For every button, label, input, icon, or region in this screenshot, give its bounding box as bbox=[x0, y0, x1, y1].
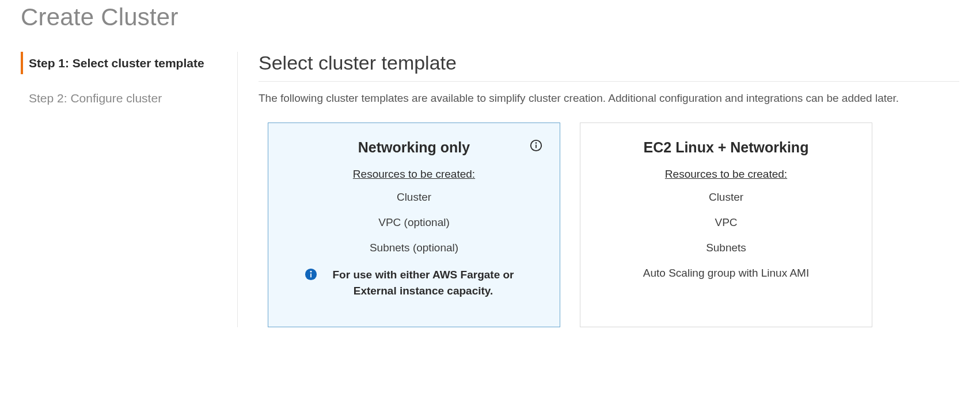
wizard-step-2[interactable]: Step 2: Configure cluster bbox=[21, 87, 227, 109]
page-title: Create Cluster bbox=[21, 3, 959, 31]
resource-item: Subnets (optional) bbox=[286, 242, 542, 254]
wizard-step-1[interactable]: Step 1: Select cluster template bbox=[21, 52, 227, 74]
svg-point-2 bbox=[535, 143, 537, 144]
info-icon bbox=[305, 268, 317, 281]
svg-rect-4 bbox=[310, 273, 312, 277]
resource-item: Subnets bbox=[598, 242, 854, 254]
svg-rect-1 bbox=[535, 145, 537, 148]
template-card-title: Networking only bbox=[286, 138, 542, 158]
wizard-steps: Step 1: Select cluster template Step 2: … bbox=[21, 52, 238, 327]
main-content: Select cluster template The following cl… bbox=[259, 52, 959, 327]
resources-label: Resources to be created: bbox=[286, 168, 542, 181]
template-card-title: EC2 Linux + Networking bbox=[598, 138, 854, 158]
template-cards: Networking only Resources to be created:… bbox=[259, 123, 959, 327]
section-description: The following cluster templates are avai… bbox=[259, 90, 959, 106]
resource-item: VPC (optional) bbox=[286, 216, 542, 229]
template-card-note: For use with either AWS Fargate or Exter… bbox=[305, 267, 523, 298]
resource-item: Cluster bbox=[598, 191, 854, 204]
resources-label: Resources to be created: bbox=[598, 168, 854, 181]
template-card-ec2-linux-networking[interactable]: EC2 Linux + Networking Resources to be c… bbox=[580, 123, 872, 327]
svg-point-5 bbox=[310, 271, 312, 273]
template-card-networking-only[interactable]: Networking only Resources to be created:… bbox=[268, 123, 560, 327]
resource-item: Auto Scaling group with Linux AMI bbox=[598, 267, 854, 280]
resource-item: VPC bbox=[598, 216, 854, 229]
template-card-note-text: For use with either AWS Fargate or Exter… bbox=[323, 267, 523, 298]
section-title: Select cluster template bbox=[259, 52, 959, 82]
info-icon[interactable] bbox=[530, 139, 542, 152]
resource-item: Cluster bbox=[286, 191, 542, 204]
